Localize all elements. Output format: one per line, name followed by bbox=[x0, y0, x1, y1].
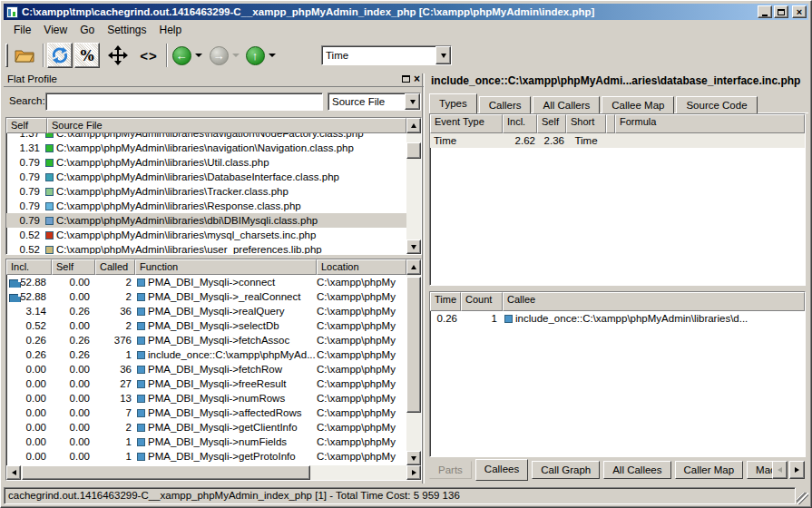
dock-menu-button[interactable] bbox=[103, 43, 132, 68]
column-header[interactable]: Called bbox=[95, 259, 135, 275]
tab-call-graph[interactable]: Call Graph bbox=[532, 461, 600, 479]
menu-settings[interactable]: Settings bbox=[101, 22, 152, 38]
event-type-row[interactable]: Time2.622.36Time bbox=[430, 133, 805, 148]
menu-view[interactable]: View bbox=[37, 22, 73, 38]
function-row[interactable]: 52.880.002PMA_DBI_Mysqli->_realConnectC:… bbox=[6, 289, 406, 304]
function-row[interactable]: 0.000.007PMA_DBI_Mysqli->affectedRowsC:\… bbox=[6, 405, 406, 420]
column-header[interactable]: Self bbox=[537, 114, 566, 133]
column-header[interactable]: Self bbox=[6, 118, 47, 133]
function-row[interactable]: 0.000.0036PMA_DBI_Mysqli->fetchRowC:\xam… bbox=[6, 362, 406, 376]
search-input[interactable] bbox=[45, 93, 323, 111]
up-button[interactable]: ↑ bbox=[245, 43, 265, 68]
minimize-button[interactable] bbox=[758, 5, 772, 18]
tab-callee-map[interactable]: Callee Map bbox=[602, 96, 674, 113]
forward-button[interactable]: → bbox=[209, 43, 229, 68]
dock-float-icon[interactable] bbox=[402, 75, 410, 83]
resize-grip[interactable] bbox=[797, 493, 808, 504]
back-button[interactable]: ← bbox=[171, 43, 191, 68]
file-row[interactable]: 0.79C:\xampp\phpMyAdmin\libraries\dbi\DB… bbox=[6, 213, 406, 228]
scroll-up-button[interactable] bbox=[406, 259, 421, 275]
file-row[interactable]: 0.79C:\xampp\phpMyAdmin\libraries\Tracke… bbox=[6, 184, 406, 199]
tabs-scroll-left-button[interactable] bbox=[772, 461, 788, 479]
horizontal-scrollbar[interactable] bbox=[6, 465, 421, 480]
close-button[interactable]: × bbox=[792, 5, 807, 18]
scrollbar-thumb[interactable] bbox=[22, 465, 310, 480]
vertical-scrollbar[interactable] bbox=[406, 275, 421, 465]
toolbar-grip[interactable] bbox=[5, 44, 8, 67]
function-row[interactable]: 3.140.2636PMA_DBI_Mysqli->realQueryC:\xa… bbox=[6, 304, 406, 318]
function-row[interactable]: 0.000.0013PMA_DBI_Mysqli->numRowsC:\xamp… bbox=[6, 391, 406, 405]
dock-close-icon[interactable]: × bbox=[414, 74, 420, 83]
column-header[interactable]: Event Type bbox=[430, 114, 503, 133]
function-row[interactable]: 0.260.261include_once::C:\xampp\phpMyAd.… bbox=[6, 347, 406, 362]
function-row[interactable]: 0.000.002PMA_DBI_Mysqli->getClientInfoC:… bbox=[6, 420, 406, 435]
sidebars-toggle-button[interactable]: <> bbox=[135, 43, 162, 68]
file-row[interactable]: 0.79C:\xampp\phpMyAdmin\libraries\Util.c… bbox=[6, 155, 406, 170]
up-dropdown[interactable] bbox=[267, 43, 278, 68]
tab-caller-map[interactable]: Caller Map bbox=[675, 461, 744, 479]
column-header[interactable]: Location bbox=[317, 259, 406, 275]
tab-all-callers[interactable]: All Callers bbox=[533, 96, 600, 113]
scroll-down-button[interactable] bbox=[406, 239, 421, 254]
file-row[interactable]: 0.79C:\xampp\phpMyAdmin\libraries\Respon… bbox=[6, 199, 406, 213]
scrollbar-thumb[interactable] bbox=[406, 277, 421, 413]
tab-types[interactable]: Types bbox=[429, 93, 477, 113]
column-header[interactable] bbox=[606, 114, 615, 133]
function-row[interactable]: 0.000.001PMA_DBI_Mysqli->numFieldsC:\xam… bbox=[6, 435, 406, 449]
cell-location: C:\xampp\phpMy bbox=[317, 451, 406, 462]
column-header[interactable]: Callee bbox=[503, 292, 805, 311]
group-type-combobox[interactable]: Source File bbox=[328, 93, 421, 111]
menu-help[interactable]: Help bbox=[153, 22, 189, 38]
event-type-table: Event TypeIncl.SelfShortFormula Time2.62… bbox=[429, 113, 806, 286]
titlebar[interactable]: C:\xampp\tmp\cachegrind.out.1416463299-C… bbox=[4, 4, 808, 20]
function-row[interactable]: 0.520.002PMA_DBI_Mysqli->selectDbC:\xamp… bbox=[6, 318, 406, 333]
scrollbar-thumb[interactable] bbox=[406, 142, 421, 159]
open-file-button[interactable] bbox=[11, 43, 38, 68]
tab-source-code[interactable]: Source Code bbox=[676, 96, 757, 113]
menu-go[interactable]: Go bbox=[73, 22, 101, 38]
tab-callers[interactable]: Callers bbox=[479, 96, 532, 113]
combo-dropdown-button[interactable] bbox=[435, 46, 451, 64]
panel-splitter[interactable] bbox=[422, 73, 425, 484]
file-row[interactable]: 0.52C:\xampp\phpMyAdmin\libraries\user_p… bbox=[6, 242, 406, 254]
column-header[interactable]: Short bbox=[566, 114, 606, 133]
combo-dropdown-button[interactable] bbox=[405, 93, 420, 110]
percent-toggle-button[interactable]: % bbox=[74, 43, 100, 68]
up-icon: ↑ bbox=[246, 46, 265, 65]
event-type-combobox[interactable]: Time bbox=[321, 45, 452, 65]
maximize-button[interactable] bbox=[774, 5, 788, 18]
tab-all-callees[interactable]: All Callees bbox=[603, 461, 670, 479]
file-row[interactable]: 0.79C:\xampp\phpMyAdmin\libraries\Databa… bbox=[6, 170, 406, 184]
scroll-up-button[interactable] bbox=[406, 118, 421, 133]
column-header[interactable]: Source File bbox=[47, 118, 406, 133]
callee-row[interactable]: 0.261include_once::C:\xampp\phpMyAdmin\l… bbox=[430, 311, 805, 326]
file-row[interactable]: 1.31C:\xampp\phpMyAdmin\libraries\naviga… bbox=[6, 141, 406, 155]
function-row[interactable]: 0.000.001PMA_DBI_Mysqli->getProtoInfoC:\… bbox=[6, 449, 406, 464]
column-header[interactable]: Function bbox=[135, 259, 317, 275]
tab-machine[interactable]: Machine bbox=[747, 461, 772, 479]
dock-titlebar[interactable]: Flat Profile × bbox=[4, 72, 424, 87]
column-header[interactable]: Self bbox=[52, 259, 95, 275]
function-icon bbox=[137, 293, 145, 301]
scroll-right-button[interactable] bbox=[406, 465, 421, 480]
column-header[interactable]: Time bbox=[430, 292, 461, 311]
scroll-down-button[interactable] bbox=[406, 451, 421, 465]
tabs-scroll-right-button[interactable] bbox=[789, 461, 805, 479]
tab-callees[interactable]: Callees bbox=[475, 459, 528, 481]
vertical-scrollbar[interactable] bbox=[406, 133, 421, 254]
cell-incl: 3.14 bbox=[6, 306, 52, 317]
cycle-groups-button[interactable] bbox=[47, 43, 73, 68]
function-row[interactable]: 0.260.26376PMA_DBI_Mysqli->fetchAssocC:\… bbox=[6, 333, 406, 347]
function-row[interactable]: 52.880.002PMA_DBI_Mysqli->connectC:\xamp… bbox=[6, 275, 406, 289]
file-row[interactable]: 0.52C:\xampp\phpMyAdmin\libraries\mysql_… bbox=[6, 228, 406, 242]
scroll-left-button[interactable] bbox=[6, 465, 21, 480]
back-dropdown[interactable] bbox=[193, 43, 204, 68]
menu-file[interactable]: File bbox=[7, 22, 37, 38]
column-header[interactable]: Incl. bbox=[503, 114, 537, 133]
column-header[interactable]: Count bbox=[461, 292, 503, 311]
function-row[interactable]: 0.000.0027PMA_DBI_Mysqli->freeResultC:\x… bbox=[6, 376, 406, 391]
forward-dropdown[interactable] bbox=[230, 43, 241, 68]
column-header[interactable]: Formula bbox=[615, 114, 805, 133]
cell-incl: 0.00 bbox=[6, 393, 52, 404]
column-header[interactable]: Incl. bbox=[6, 259, 52, 275]
